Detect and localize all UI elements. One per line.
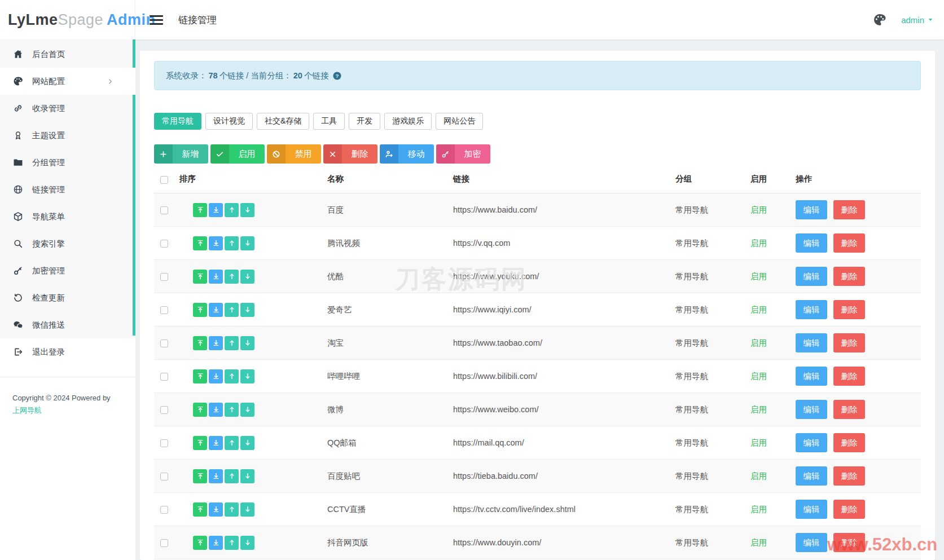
arrow-down-icon[interactable] xyxy=(240,236,254,250)
delete-button[interactable]: 删除 xyxy=(833,300,865,319)
arrow-to-top-icon[interactable] xyxy=(193,336,207,350)
group-tab[interactable]: 常用导航 xyxy=(154,113,201,130)
row-checkbox[interactable] xyxy=(160,406,168,414)
arrow-to-top-icon[interactable] xyxy=(193,403,207,417)
action-button[interactable]: 移动 xyxy=(380,144,434,164)
group-tab[interactable]: 游戏娱乐 xyxy=(384,113,432,130)
row-checkbox[interactable] xyxy=(160,240,168,248)
action-button[interactable]: 新增 xyxy=(154,144,208,164)
row-checkbox[interactable] xyxy=(160,539,168,547)
arrow-to-bottom-icon[interactable] xyxy=(209,436,223,450)
arrow-up-icon[interactable] xyxy=(225,502,239,517)
sidebar-item[interactable]: 搜索引擎 xyxy=(0,230,135,257)
edit-button[interactable]: 编辑 xyxy=(796,267,827,286)
sidebar-item[interactable]: 加密管理 xyxy=(0,257,135,284)
arrow-up-icon[interactable] xyxy=(225,536,239,550)
arrow-down-icon[interactable] xyxy=(240,369,254,383)
edit-button[interactable]: 编辑 xyxy=(796,333,827,352)
row-checkbox[interactable] xyxy=(160,473,168,480)
arrow-down-icon[interactable] xyxy=(240,336,254,350)
row-checkbox[interactable] xyxy=(160,206,168,214)
group-tab[interactable]: 开发 xyxy=(349,113,380,130)
row-checkbox[interactable] xyxy=(160,306,168,314)
delete-button[interactable]: 删除 xyxy=(833,466,865,486)
delete-button[interactable]: 删除 xyxy=(833,533,865,552)
sidebar-item[interactable]: 主题设置 xyxy=(0,122,135,149)
edit-button[interactable]: 编辑 xyxy=(796,200,827,219)
action-button[interactable]: 禁用 xyxy=(267,144,321,164)
arrow-up-icon[interactable] xyxy=(225,336,239,350)
arrow-up-icon[interactable] xyxy=(225,303,239,317)
arrow-to-bottom-icon[interactable] xyxy=(209,336,223,350)
sidebar-item[interactable]: 网站配置 xyxy=(0,68,135,95)
arrow-to-bottom-icon[interactable] xyxy=(209,270,223,284)
edit-button[interactable]: 编辑 xyxy=(796,400,827,419)
arrow-down-icon[interactable] xyxy=(240,270,254,284)
arrow-to-top-icon[interactable] xyxy=(193,270,207,284)
sidebar-item[interactable]: 退出登录 xyxy=(0,338,135,365)
delete-button[interactable]: 删除 xyxy=(833,500,865,519)
arrow-to-bottom-icon[interactable] xyxy=(209,403,223,417)
arrow-down-icon[interactable] xyxy=(240,536,254,550)
arrow-up-icon[interactable] xyxy=(225,203,239,217)
group-tab[interactable]: 设计视觉 xyxy=(205,113,253,130)
sidebar-item[interactable]: 后台首页 xyxy=(0,41,135,68)
edit-button[interactable]: 编辑 xyxy=(796,300,827,319)
arrow-to-bottom-icon[interactable] xyxy=(209,469,223,483)
theme-palette-icon[interactable] xyxy=(873,13,886,27)
sidebar-item[interactable]: 分组管理 xyxy=(0,149,135,176)
arrow-up-icon[interactable] xyxy=(225,436,239,450)
edit-button[interactable]: 编辑 xyxy=(796,500,827,519)
arrow-up-icon[interactable] xyxy=(225,403,239,417)
sidebar-item[interactable]: 微信推送 xyxy=(0,311,135,338)
group-tab[interactable]: 网站公告 xyxy=(436,113,483,130)
arrow-to-bottom-icon[interactable] xyxy=(209,502,223,517)
delete-button[interactable]: 删除 xyxy=(833,367,865,386)
delete-button[interactable]: 删除 xyxy=(833,333,865,352)
edit-button[interactable]: 编辑 xyxy=(796,533,827,552)
arrow-to-top-icon[interactable] xyxy=(193,236,207,250)
sidebar-item[interactable]: 检查更新 xyxy=(0,284,135,311)
group-tab[interactable]: 工具 xyxy=(313,113,345,130)
arrow-down-icon[interactable] xyxy=(240,403,254,417)
copyright-link[interactable]: 上网导航 xyxy=(12,404,42,417)
arrow-up-icon[interactable] xyxy=(225,270,239,284)
arrow-to-bottom-icon[interactable] xyxy=(209,303,223,317)
edit-button[interactable]: 编辑 xyxy=(796,233,827,253)
sidebar-toggle-icon[interactable] xyxy=(150,15,163,25)
arrow-to-top-icon[interactable] xyxy=(193,203,207,217)
delete-button[interactable]: 删除 xyxy=(833,200,865,219)
row-checkbox[interactable] xyxy=(160,439,168,447)
arrow-down-icon[interactable] xyxy=(240,469,254,483)
delete-button[interactable]: 删除 xyxy=(833,400,865,419)
sidebar-item[interactable]: 收录管理 xyxy=(0,95,135,122)
edit-button[interactable]: 编辑 xyxy=(796,367,827,386)
arrow-to-top-icon[interactable] xyxy=(193,536,207,550)
arrow-to-top-icon[interactable] xyxy=(193,469,207,483)
arrow-up-icon[interactable] xyxy=(225,369,239,383)
arrow-to-top-icon[interactable] xyxy=(193,303,207,317)
arrow-to-top-icon[interactable] xyxy=(193,436,207,450)
row-checkbox[interactable] xyxy=(160,339,168,347)
arrow-to-bottom-icon[interactable] xyxy=(209,369,223,383)
arrow-to-bottom-icon[interactable] xyxy=(209,203,223,217)
delete-button[interactable]: 删除 xyxy=(833,433,865,452)
sidebar-item[interactable]: 链接管理 xyxy=(0,176,135,203)
group-tab[interactable]: 社交&存储 xyxy=(257,113,309,130)
arrow-up-icon[interactable] xyxy=(225,469,239,483)
delete-button[interactable]: 删除 xyxy=(833,233,865,253)
sidebar-item[interactable]: 导航菜单 xyxy=(0,203,135,230)
arrow-to-bottom-icon[interactable] xyxy=(209,236,223,250)
select-all-checkbox[interactable] xyxy=(160,176,168,184)
arrow-up-icon[interactable] xyxy=(225,236,239,250)
help-icon[interactable]: ? xyxy=(332,71,342,81)
edit-button[interactable]: 编辑 xyxy=(796,433,827,452)
row-checkbox[interactable] xyxy=(160,273,168,281)
user-menu[interactable]: admin xyxy=(901,15,934,25)
arrow-down-icon[interactable] xyxy=(240,303,254,317)
delete-button[interactable]: 删除 xyxy=(833,267,865,286)
edit-button[interactable]: 编辑 xyxy=(796,466,827,486)
action-button[interactable]: 启用 xyxy=(210,144,265,164)
arrow-to-bottom-icon[interactable] xyxy=(209,536,223,550)
row-checkbox[interactable] xyxy=(160,506,168,514)
